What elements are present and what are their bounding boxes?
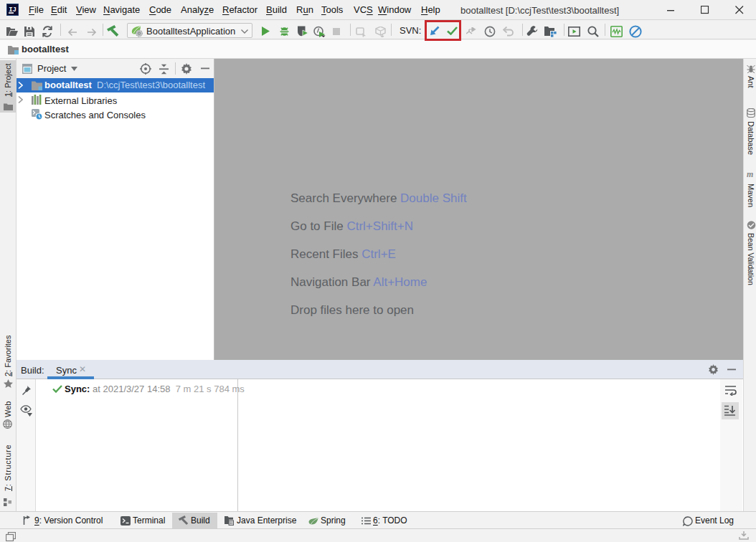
svg-text:m: m — [747, 171, 753, 178]
svg-text:IJ: IJ — [9, 6, 16, 14]
